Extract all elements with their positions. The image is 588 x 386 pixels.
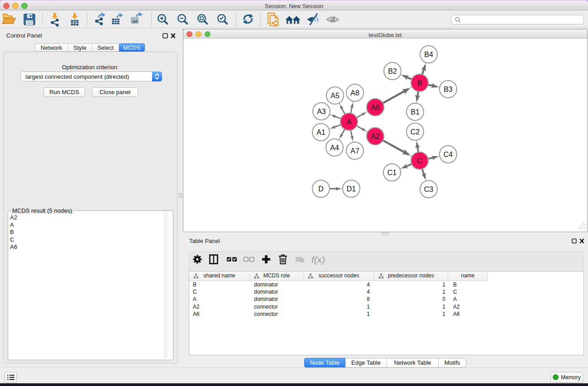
svg-text:A7: A7 [350,147,359,155]
svg-text:A2: A2 [371,133,380,140]
svg-text:A6: A6 [371,104,380,111]
svg-text:C: C [417,157,422,165]
svg-text:D: D [318,185,324,193]
svg-text:B3: B3 [444,86,453,93]
svg-text:A3: A3 [317,108,326,115]
svg-text:A4: A4 [330,144,339,152]
svg-text:B2: B2 [388,67,397,75]
svg-text:B4: B4 [424,51,433,58]
svg-text:A8: A8 [350,89,359,97]
svg-text:B1: B1 [411,108,420,116]
svg-text:A1: A1 [316,129,325,136]
svg-text:f(x): f(x) [311,254,325,265]
svg-text:B: B [417,79,422,87]
svg-text:C2: C2 [411,128,420,136]
svg-text:C3: C3 [424,186,434,193]
svg-text:C4: C4 [444,151,453,158]
svg-text:A: A [347,118,352,126]
svg-text:A5: A5 [330,92,339,100]
svg-text:C1: C1 [387,169,397,176]
svg-text:D1: D1 [347,185,356,193]
